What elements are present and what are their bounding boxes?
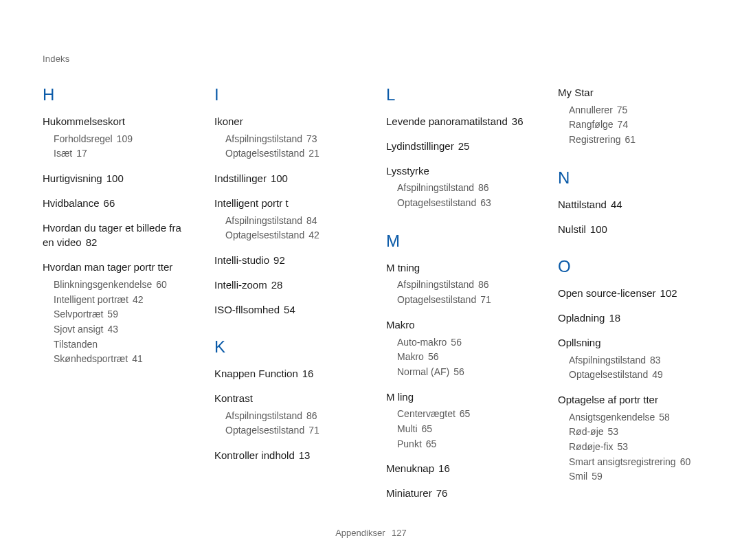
index-subentry-page: 53 — [608, 426, 619, 437]
index-entry: Optagelse af portr tter — [558, 392, 699, 407]
footer-page-number: 127 — [392, 528, 407, 538]
index-entry-label: M tning — [386, 262, 420, 273]
index-subentry: Rød-øje53 — [569, 425, 699, 440]
index-group: OpllsningAfspilningstilstand83Optagelses… — [558, 335, 699, 383]
index-subentry-page: 65 — [422, 423, 433, 434]
index-group: Hvordan man tager portr tterBlinkningsge… — [43, 260, 184, 367]
index-entry-label: Hvordan man tager portr tter — [43, 261, 172, 273]
index-subentry-page: 43 — [107, 324, 118, 335]
index-entry-label: Hvidbalance — [43, 197, 100, 209]
index-group: HukommelseskortForholdsregel109Isæt17 — [43, 114, 184, 161]
index-entry: Levende panoramatilstand36 — [386, 114, 528, 129]
index-subentry-label: Forholdsregel — [54, 133, 113, 144]
index-subentry: Rødøje-fix53 — [569, 440, 699, 455]
index-subentry: Multi65 — [397, 422, 528, 437]
index-subentry-label: Registrering — [569, 134, 620, 145]
index-entry-page: 100 — [271, 172, 288, 184]
index-entry: Opladning18 — [558, 311, 699, 326]
index-entry: Hvordan man tager portr tter — [43, 260, 184, 275]
index-entry-label: Knappen Function — [214, 368, 298, 379]
index-subentry-label: Afspilningstilstand — [225, 133, 302, 144]
index-subentry-page: 42 — [308, 229, 319, 240]
index-entry: Nattilstand44 — [558, 197, 699, 212]
index-sublist: Ansigtsgenkendelse58Rød-øje53Rødøje-fix5… — [569, 410, 699, 484]
index-subentry-page: 71 — [308, 425, 319, 436]
index-sublist: Afspilningstilstand86Optagelsestilstand6… — [397, 181, 528, 210]
index-letter: N — [558, 168, 699, 188]
index-entry-page: 36 — [512, 115, 524, 127]
running-head: Indeks — [43, 54, 70, 64]
index-group: Intelli-zoom28 — [214, 278, 356, 293]
index-subentry-page: 60 — [156, 279, 167, 290]
index-subentry: Intelligent portræt42 — [54, 293, 184, 308]
index-entry-label: Kontrast — [214, 392, 253, 404]
index-entry-label: Optagelse af portr tter — [558, 394, 658, 405]
index-group: M tningAfspilningstilstand86Optagelsesti… — [386, 260, 528, 308]
index-entry-label: Hurtigvisning — [43, 172, 102, 184]
index-subentry: Smart ansigtsregistrering60 — [569, 455, 699, 470]
index-sublist: Blinkningsgenkendelse60Intelligent portr… — [54, 278, 184, 367]
index-subentry: Auto-makro56 — [397, 335, 528, 350]
index-entry-page: 66 — [104, 197, 115, 209]
index-subentry: Optagelsestilstand71 — [225, 423, 356, 438]
index-subentry: Optagelsestilstand49 — [569, 368, 699, 383]
index-sublist: Auto-makro56Makro56Normal (AF)56 — [397, 335, 528, 380]
index-group: Miniaturer76 — [386, 486, 528, 501]
index-entry-label: Indstillinger — [214, 172, 267, 184]
index-group: LysstyrkeAfspilningstilstand86Optagelses… — [386, 164, 528, 211]
index-entry-page: 16 — [302, 368, 314, 379]
index-subentry-page: 60 — [680, 456, 691, 467]
index-subentry-page: 65 — [426, 438, 437, 449]
index-entry-label: Intelli-zoom — [214, 279, 267, 291]
index-group: Kontroller indhold13 — [214, 448, 356, 463]
index-entry-label: Makro — [386, 319, 415, 331]
index-entry: Lysstyrke — [386, 164, 528, 179]
index-subentry-label: Optagelsestilstand — [397, 197, 476, 208]
footer-label: Appendikser — [335, 528, 385, 538]
index-subentry-page: 21 — [308, 148, 319, 159]
index-entry-page: 102 — [660, 287, 677, 299]
index-subentry-page: 73 — [306, 133, 317, 144]
index-entry-page: 44 — [611, 199, 622, 210]
index-subentry-label: Sjovt ansigt — [54, 324, 103, 335]
index-entry: Intelligent portr t — [214, 196, 356, 211]
index-group: IkonerAfspilningstilstand73Optagelsestil… — [214, 114, 356, 161]
index-entry: M ling — [386, 390, 528, 405]
index-group: ISO-fllsomhed54 — [214, 302, 356, 317]
index-entry: My Star — [558, 85, 699, 100]
index-subentry-label: Smart ansigtsregistrering — [569, 456, 676, 467]
index-group: Hurtigvisning100 — [43, 171, 184, 186]
index-entry-page: 92 — [273, 254, 285, 266]
index-subentry-label: Optagelsestilstand — [225, 425, 304, 436]
index-entry-label: Levende panoramatilstand — [386, 115, 508, 127]
index-group: Opladning18 — [558, 311, 699, 326]
index-subentry: Sjovt ansigt43 — [54, 322, 184, 337]
index-group: Nattilstand44 — [558, 197, 699, 212]
index-entry-label: M ling — [386, 391, 414, 403]
index-subentry-label: Afspilningstilstand — [397, 279, 474, 290]
index-entry-label: Lysstyrke — [386, 165, 429, 177]
index-entry: Menuknap16 — [386, 461, 528, 476]
index-subentry: Registrering61 — [569, 133, 699, 148]
index-subentry-page: 56 — [453, 366, 464, 377]
index-subentry-label: Punkt — [397, 438, 422, 449]
index-subentry: Afspilningstilstand73 — [225, 132, 356, 147]
index-subentry-label: Multi — [397, 423, 418, 434]
index-subentry-page: 41 — [132, 353, 143, 364]
index-subentry-page: 63 — [480, 197, 491, 208]
index-entry: Lydindstillinger25 — [386, 139, 528, 154]
index-subentry-label: Isæt — [54, 148, 72, 159]
index-entry: Intelli-zoom28 — [214, 278, 356, 293]
index-subentry-label: Afspilningstilstand — [569, 355, 646, 366]
index-subentry: Tilstanden Skønhedsportræt41 — [54, 337, 184, 367]
index-subentry-label: Normal (AF) — [397, 366, 449, 377]
index-subentry-page: 58 — [659, 412, 670, 423]
index-entry-label: Menuknap — [386, 462, 434, 474]
index-subentry-label: Auto-makro — [397, 337, 447, 348]
index-entry: Opllsning — [558, 335, 699, 350]
index-subentry: Optagelsestilstand21 — [225, 146, 356, 161]
index-letter: I — [214, 85, 356, 104]
index-subentry: Forholdsregel109 — [54, 132, 184, 147]
index-subentry-label: Rødøje-fix — [569, 441, 614, 452]
index-entry-page: 54 — [284, 304, 295, 315]
